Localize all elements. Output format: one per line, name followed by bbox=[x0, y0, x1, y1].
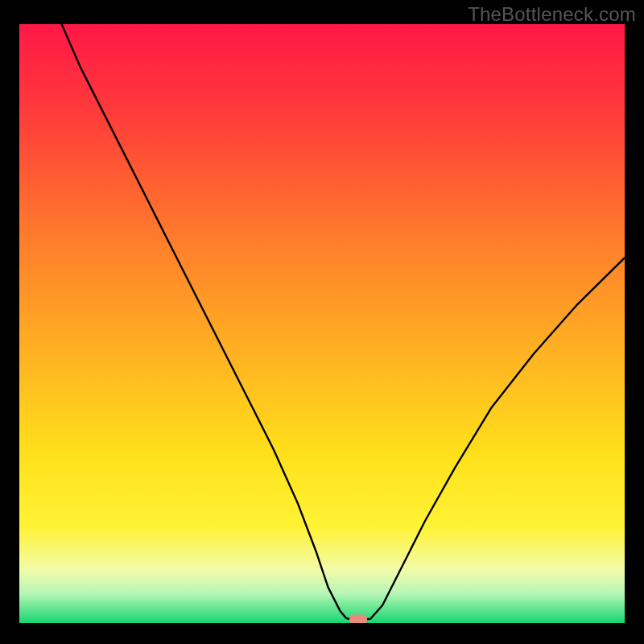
heatmap-background bbox=[19, 24, 625, 623]
watermark-text: TheBottleneck.com bbox=[468, 3, 636, 26]
chart-frame: TheBottleneck.com bbox=[0, 0, 644, 644]
min-marker bbox=[349, 615, 367, 624]
bottleneck-plot-svg bbox=[19, 24, 625, 623]
plot-area bbox=[19, 24, 625, 623]
